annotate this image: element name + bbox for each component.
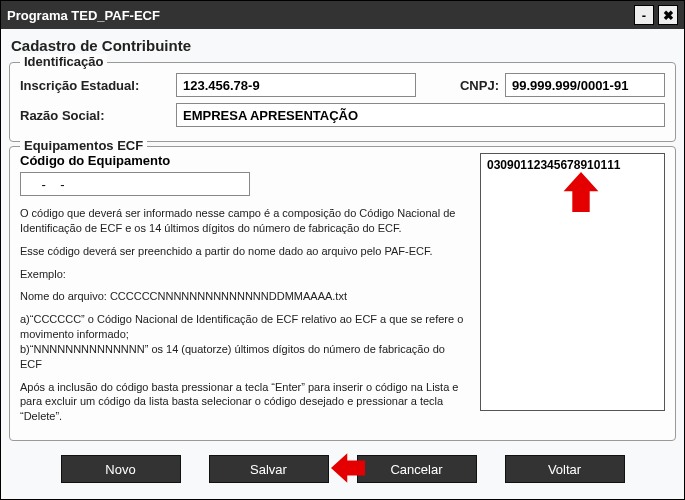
equip-left-pane: Código do Equipamento O código que dever…	[20, 153, 468, 432]
codigo-equipamento-label: Código do Equipamento	[20, 153, 468, 168]
minimize-button[interactable]: -	[634, 5, 654, 25]
inscricao-label: Inscrição Estadual:	[20, 78, 170, 93]
equipamentos-legend: Equipamentos ECF	[20, 138, 147, 153]
help-line: Esse código deverá ser preenchido a part…	[20, 244, 468, 259]
equipamentos-listbox[interactable]: 03090112345678910111	[480, 153, 665, 411]
help-line: Nome do arquivo: CCCCCCNNNNNNNNNNNNNNDDM…	[20, 289, 468, 304]
identificacao-section: Identificação Inscrição Estadual: CNPJ: …	[9, 62, 676, 142]
cancelar-button[interactable]: Cancelar	[357, 455, 477, 483]
cnpj-input[interactable]	[505, 73, 665, 97]
app-window: Programa TED_PAF-ECF - ✖ Cadastro de Con…	[0, 0, 685, 500]
close-button[interactable]: ✖	[658, 5, 678, 25]
list-item[interactable]: 03090112345678910111	[487, 158, 658, 172]
codigo-equipamento-input[interactable]	[20, 172, 250, 196]
equip-right-pane: 03090112345678910111	[480, 153, 665, 432]
window-title: Programa TED_PAF-ECF	[7, 8, 630, 23]
salvar-button[interactable]: Salvar	[209, 455, 329, 483]
razao-social-label: Razão Social:	[20, 108, 170, 123]
button-row: Novo Salvar Cancelar Voltar	[1, 445, 684, 489]
help-line: Após a inclusão do código basta pression…	[20, 380, 468, 425]
novo-button[interactable]: Novo	[61, 455, 181, 483]
help-line: a)“CCCCCC” o Código Nacional de Identifi…	[20, 312, 468, 371]
titlebar: Programa TED_PAF-ECF - ✖	[1, 1, 684, 29]
callout-arrow-icon	[561, 172, 601, 212]
voltar-button[interactable]: Voltar	[505, 455, 625, 483]
svg-marker-0	[564, 172, 599, 212]
help-line: Exemplo:	[20, 267, 468, 282]
help-line: O código que deverá ser informado nesse …	[20, 206, 468, 236]
identificacao-legend: Identificação	[20, 54, 107, 69]
help-text: O código que deverá ser informado nesse …	[20, 206, 468, 424]
razao-social-input[interactable]	[176, 103, 665, 127]
equipamentos-section: Equipamentos ECF Código do Equipamento O…	[9, 146, 676, 441]
inscricao-estadual-input[interactable]	[176, 73, 416, 97]
cnpj-label: CNPJ:	[460, 78, 499, 93]
